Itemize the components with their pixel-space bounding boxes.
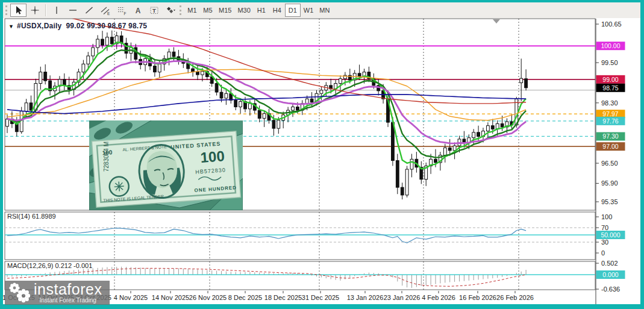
text-tool-button[interactable]: A: [130, 4, 146, 17]
price-badge-label: 0.000: [602, 271, 618, 278]
trendline-tool-button[interactable]: [81, 4, 97, 17]
fibonacci-icon: F: [117, 5, 127, 15]
crosshair-tool-button[interactable]: [27, 4, 43, 17]
axis-tick-label: 98.30: [601, 99, 618, 107]
arrows-icon: [166, 5, 175, 15]
timeframe-button-m1[interactable]: M1: [184, 4, 200, 17]
axis-tick-label: 95.90: [601, 179, 618, 187]
date-tick-label: 18 Dec 2025: [264, 294, 302, 301]
date-tick-label: 31 Dec 2025: [302, 294, 339, 301]
price-badge-label: 100.00: [601, 42, 620, 49]
axis-tick-label: 0: [601, 249, 605, 257]
cursor-tool-button[interactable]: [10, 4, 27, 17]
equidistant-channel-icon: E: [101, 5, 110, 15]
timeframe-button-mn[interactable]: MN: [316, 4, 333, 17]
timeframe-button-m5[interactable]: M5: [200, 4, 216, 17]
date-tick-label: 8 Dec 2025: [228, 294, 262, 301]
axis-tick-label: 96.50: [601, 160, 618, 167]
toolbar-separator: [45, 4, 46, 16]
date-tick-label: 16 Feb 2026: [459, 294, 496, 301]
instaforex-logo-icon: [8, 282, 31, 304]
svg-text:7283044 M: 7283044 M: [103, 142, 110, 172]
text-icon: A: [133, 5, 143, 15]
trendline-icon: [84, 5, 94, 15]
instaforex-watermark: instaforex Instant Forex Trading: [5, 281, 110, 305]
axis-tick-label: 70: [601, 224, 608, 231]
price-badge-label: 50.000: [601, 231, 620, 239]
price-badge-label: 98.75: [602, 84, 618, 92]
axis-tick-label: -0.636: [601, 286, 620, 293]
axis-tick-label: 100.65: [601, 20, 622, 28]
dollar-bill-image: 100 UNITED STATES 100 HB572830 ONE HUNDR…: [89, 120, 243, 210]
timeframe-button-h4[interactable]: H4: [269, 4, 285, 17]
horizontal-line-icon: [68, 5, 78, 15]
toolbar: EFAT M1M5M15M30H1H4D1W1MN: [3, 2, 640, 18]
svg-text:100: 100: [200, 148, 225, 166]
timeframe-button-d1[interactable]: D1: [285, 4, 301, 17]
fibonacci-tool-button[interactable]: F: [113, 4, 130, 17]
toolbar-grip[interactable]: [5, 5, 7, 15]
date-tick-label: 26 Feb 2026: [496, 294, 534, 301]
timeframe-button-m30[interactable]: M30: [234, 4, 253, 17]
timeframe-button-w1[interactable]: W1: [301, 4, 317, 17]
timeframe-button-h1[interactable]: H1: [254, 4, 269, 17]
arrows-tool-button[interactable]: [162, 4, 178, 17]
timeframe-button-m15[interactable]: M15: [216, 4, 234, 17]
axis-tick-label: 0.502: [601, 260, 618, 267]
vertical-line-tool-button[interactable]: [48, 4, 64, 17]
svg-text:E: E: [107, 11, 110, 16]
price-badge-label: 97.76: [602, 117, 618, 125]
price-badge-label: 97.30: [602, 133, 618, 140]
price-badge-label: 99.00: [602, 76, 618, 83]
rsi-panel: [5, 212, 595, 260]
equidistant-channel-tool-button[interactable]: E: [97, 4, 113, 17]
instaforex-tagline: Instant Forex Trading: [34, 298, 102, 304]
axis-tick-label: 100: [601, 213, 612, 220]
svg-text:T: T: [152, 7, 156, 14]
date-tick-label: 4 Feb 2026: [422, 294, 455, 301]
svg-text:A: A: [135, 7, 140, 15]
price-badge-label: 97.97: [602, 110, 618, 117]
terminal-window: EFAT M1M5M15M30H1H4D1W1MN 100.6599.5098.…: [0, 0, 644, 309]
toolbar-grip[interactable]: [180, 5, 181, 15]
vertical-line-icon: [52, 5, 61, 15]
price-badge-label: 97.00: [602, 143, 618, 150]
crosshair-icon: [30, 5, 40, 15]
date-tick-label: 14 Nov 2025: [152, 294, 189, 301]
text-label-tool-button[interactable]: T: [146, 4, 162, 17]
instaforex-brand: instaforex: [34, 282, 102, 297]
cursor-icon: [14, 5, 23, 15]
date-tick-label: 26 Nov 2025: [189, 294, 227, 301]
date-tick-label: 23 Jan 2026: [384, 294, 420, 301]
date-tick-label: 4 Nov 2025: [114, 294, 148, 301]
axis-tick-label: 30: [601, 239, 608, 246]
axis-tick-label: 99.50: [601, 59, 618, 66]
axis-tick-label: 95.35: [601, 198, 618, 205]
text-label-icon: T: [149, 5, 159, 15]
date-tick-label: 13 Jan 2026: [347, 294, 384, 301]
svg-text:F: F: [123, 11, 126, 16]
horizontal-line-tool-button[interactable]: [64, 4, 81, 17]
